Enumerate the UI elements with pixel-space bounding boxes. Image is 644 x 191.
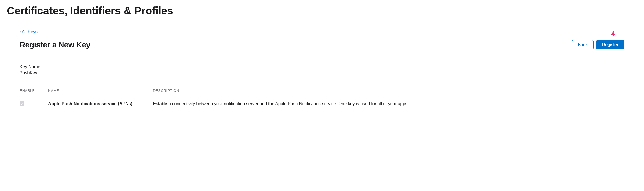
services-table: ENABLE NAME DESCRIPTION Apple Push Notif… [20,86,624,112]
enable-cell [20,101,48,106]
section-title: Register a New Key [20,40,90,49]
back-link-label: All Keys [22,29,38,34]
table-header: ENABLE NAME DESCRIPTION [20,86,624,96]
check-icon [20,102,24,105]
step-annotation: 4 [611,30,615,38]
header-row: Register a New Key Back Register 4 [20,40,624,56]
main-content: ‹ All Keys Register a New Key Back Regis… [0,20,644,112]
header-enable: ENABLE [20,89,48,93]
register-button[interactable]: Register [596,40,624,49]
header-name: NAME [48,89,153,93]
button-group: Back Register [572,40,624,49]
service-description: Establish connectivity between your noti… [153,101,624,107]
key-name-value: PushKey [20,70,624,76]
page-title: Certificates, Identifiers & Profiles [0,0,644,20]
key-info: Key Name PushKey [20,56,624,86]
chevron-left-icon: ‹ [20,30,21,34]
back-link-all-keys[interactable]: ‹ All Keys [20,29,38,34]
header-description: DESCRIPTION [153,89,624,93]
key-name-label: Key Name [20,64,624,69]
enable-checkbox[interactable] [20,101,24,106]
back-button[interactable]: Back [572,40,594,49]
service-name: Apple Push Notifications service (APNs) [48,101,153,106]
table-row: Apple Push Notifications service (APNs) … [20,96,624,112]
